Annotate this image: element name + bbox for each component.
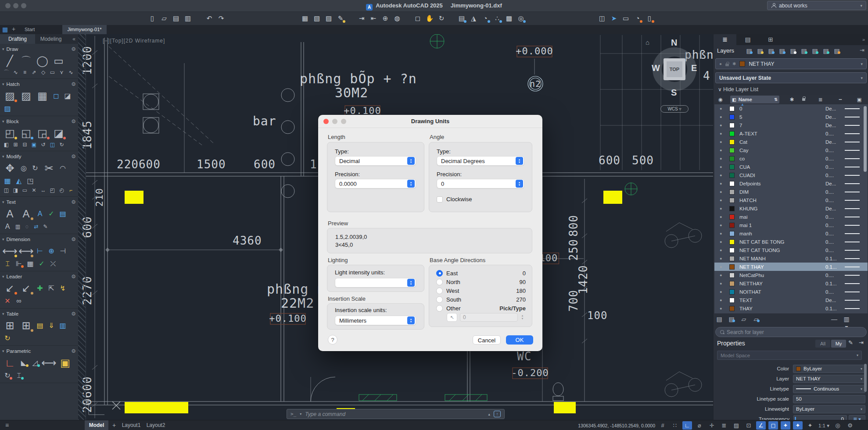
sun-study-icon[interactable]: ◎: [516, 13, 526, 24]
layer-row[interactable]: ●NET CAT BE TONG0....: [714, 238, 868, 246]
gear-icon[interactable]: ⚙: [71, 236, 76, 242]
layer-row[interactable]: ●NetCatPhu0....: [714, 271, 868, 279]
collapse-triangle-icon[interactable]: ▾: [2, 154, 4, 159]
status-dot-icon[interactable]: ●: [720, 248, 729, 252]
mleader-remove-icon[interactable]: ✕: [2, 296, 13, 306]
align-icon[interactable]: ◰: [48, 187, 57, 194]
status-dot-icon[interactable]: ●: [720, 131, 729, 136]
markup-import-icon[interactable]: ▤: [456, 13, 467, 24]
constraint-bar-icon[interactable]: ⌶: [14, 371, 24, 380]
layer-walk-icon[interactable]: ▤: [789, 47, 797, 55]
fillet-icon[interactable]: ◠: [57, 163, 68, 173]
clockwise-checkbox[interactable]: [437, 196, 443, 203]
scrollbar-thumb[interactable]: [864, 364, 867, 392]
select-icon[interactable]: ◳: [25, 176, 36, 186]
filter-my-button[interactable]: My: [831, 340, 846, 348]
region-icon[interactable]: ◪: [62, 91, 73, 101]
layer-row[interactable]: ●DefpointsDe...: [714, 179, 868, 188]
selection-cycling-icon[interactable]: ⊡: [744, 421, 753, 430]
color-swatch[interactable]: [729, 164, 735, 170]
attr-display-icon[interactable]: ⊞: [11, 141, 20, 149]
scrollbar-thumb[interactable]: [864, 106, 867, 172]
layer-row[interactable]: ●TEXTDe...: [714, 296, 868, 304]
revcloud-icon[interactable]: ▭: [48, 69, 57, 76]
new-file-icon[interactable]: ▯: [147, 13, 158, 24]
status-dot-icon[interactable]: ●: [720, 173, 729, 178]
block-sync-icon[interactable]: ↺: [39, 141, 47, 149]
mleader-collect-icon[interactable]: ↯: [57, 284, 68, 293]
circle-icon[interactable]: ◯: [35, 54, 50, 68]
layer-row[interactable]: ●DIM0....: [714, 188, 868, 196]
section-header[interactable]: ▾Draw⚙: [2, 45, 76, 53]
color-swatch[interactable]: [729, 114, 735, 120]
tab-schedules[interactable]: ⊞: [759, 34, 782, 45]
status-dot-icon[interactable]: ●: [720, 198, 729, 203]
dim-constraint-icon[interactable]: ⟷: [41, 356, 57, 370]
layer-list-header[interactable]: ◉ ◧ Name ⇅ ▲ ✱ ≣ ┅ ▣: [714, 95, 868, 104]
account-button[interactable]: about works ▾: [767, 1, 866, 10]
space-dropdown[interactable]: Model Space ▾: [717, 351, 862, 360]
batch-plot-icon[interactable]: ▧: [312, 13, 322, 24]
tab-layers[interactable]: ≣: [714, 34, 736, 45]
dim-break-icon[interactable]: ⊣: [57, 246, 68, 256]
zoom-window-icon[interactable]: ◻: [412, 13, 423, 24]
trim-icon[interactable]: ✂: [41, 161, 57, 175]
status-dot-icon[interactable]: ●: [720, 298, 729, 302]
layer-edit-icon[interactable]: ▤: [756, 47, 764, 55]
color-swatch[interactable]: [729, 198, 735, 203]
spell-check-icon[interactable]: ✓: [46, 209, 57, 219]
hatch-edit-icon[interactable]: ▨: [18, 89, 34, 103]
status-dot-icon[interactable]: ●: [720, 123, 729, 128]
gear-icon[interactable]: ⚙: [71, 46, 76, 52]
open-file-icon[interactable]: ▱: [159, 13, 169, 24]
help-button[interactable]: ?: [328, 335, 337, 345]
gear-icon[interactable]: ⚙: [71, 311, 76, 317]
layer-row[interactable]: ●co0....: [714, 154, 868, 163]
light-units-select[interactable]: ▲▼: [335, 278, 416, 288]
collapse-triangle-icon[interactable]: ▾: [2, 349, 4, 353]
lineweight-display-icon[interactable]: ≣: [719, 421, 729, 430]
radio-other[interactable]: [436, 305, 443, 312]
edit-properties-icon[interactable]: ✎: [848, 339, 853, 346]
status-dot-icon[interactable]: ●: [720, 231, 729, 236]
mleader-add-icon[interactable]: ✚: [35, 284, 45, 293]
dim-inspect-icon[interactable]: ▦: [25, 259, 36, 269]
layer-row[interactable]: ●5De...: [714, 113, 868, 121]
block-replace-icon[interactable]: ◫: [48, 141, 57, 149]
status-dot-icon[interactable]: ●: [720, 240, 729, 244]
color-swatch[interactable]: [729, 189, 735, 195]
layer-row[interactable]: ●7De...: [714, 121, 868, 129]
section-header[interactable]: ▾Hatch⚙: [2, 80, 76, 88]
color-swatch[interactable]: [729, 264, 735, 270]
stretch-icon[interactable]: ▭: [21, 187, 29, 194]
count-icon[interactable]: ◮: [468, 13, 479, 24]
screen-record-icon[interactable]: ▭: [621, 13, 631, 24]
insert-block-icon[interactable]: ◰: [2, 126, 18, 140]
pan-icon[interactable]: ✋: [424, 13, 435, 24]
new-tab-button[interactable]: +: [12, 25, 15, 32]
collapse-icon[interactable]: ▴: [488, 412, 490, 416]
dim-check-icon[interactable]: ✓: [36, 259, 47, 269]
scale-icon[interactable]: ◴: [57, 187, 66, 194]
break-icon[interactable]: ✕: [30, 187, 38, 194]
dim-jogged-icon[interactable]: ⤫: [48, 259, 58, 269]
print-icon[interactable]: ▦: [300, 13, 310, 24]
tab-sheet-sets[interactable]: ▤: [736, 34, 759, 45]
status-dot-icon[interactable]: ●: [720, 156, 729, 161]
layer-row[interactable]: ●KHUNGDe...: [714, 204, 868, 213]
layer-row[interactable]: ●mai0....: [714, 213, 868, 221]
color-swatch[interactable]: [729, 298, 735, 303]
radio-east[interactable]: [436, 270, 443, 277]
status-dot-icon[interactable]: ●: [720, 281, 729, 286]
polygon-icon[interactable]: ◇: [39, 69, 47, 76]
block-editor-icon[interactable]: ◲: [35, 126, 50, 140]
base-angle-option[interactable]: East0: [429, 269, 532, 277]
status-dot-icon[interactable]: ●: [720, 256, 729, 261]
angle-type-select[interactable]: Decimal Degrees ▲▼: [437, 156, 524, 166]
activity-insights-icon[interactable]: ▯: [644, 13, 655, 24]
wcs-dropdown[interactable]: WCS ▿: [660, 105, 689, 113]
color-swatch[interactable]: [729, 214, 735, 220]
layer-row[interactable]: ●mai 10....: [714, 221, 868, 229]
data-link-icon[interactable]: ▤: [35, 321, 45, 330]
layer-states-icon[interactable]: ▤: [745, 47, 753, 55]
